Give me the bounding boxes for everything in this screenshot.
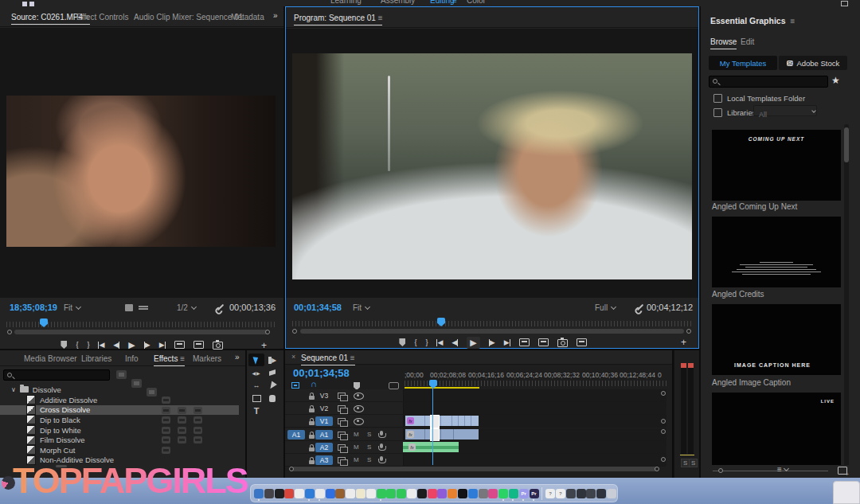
work-area-bar[interactable]	[405, 387, 479, 389]
dock-app-icon[interactable]	[448, 489, 457, 498]
track-badge-v3[interactable]: V3	[315, 391, 333, 400]
zoom-handle-right[interactable]	[265, 330, 270, 334]
voiceover-record-icon[interactable]	[380, 443, 383, 448]
pen-tool[interactable]	[264, 379, 280, 392]
extract-icon[interactable]	[538, 338, 549, 346]
track-badge-a2[interactable]: A2	[315, 443, 333, 452]
track-output-eye-icon[interactable]	[354, 393, 364, 400]
tab-browse[interactable]: Browse	[710, 37, 737, 49]
hscroll-handle-left[interactable]	[289, 467, 294, 471]
dock-app-icon[interactable]	[488, 489, 498, 498]
mute-button[interactable]: M	[354, 456, 359, 463]
dock-app-icon[interactable]	[577, 489, 586, 498]
audio-meters-panel[interactable]: S S	[674, 350, 699, 478]
window-panel-icon[interactable]	[841, 1, 848, 6]
tab-audio-clip-mixer[interactable]: Audio Clip Mixer: Sequence 01	[134, 13, 243, 21]
track-badge-a1[interactable]: A1	[315, 430, 333, 440]
panel-menu-icon[interactable]: ≡	[350, 354, 355, 362]
track-badge-v1[interactable]: V1	[315, 416, 333, 426]
solo-button[interactable]: S	[367, 431, 371, 438]
source-zoom-select[interactable]: Fit	[64, 303, 80, 312]
track-lane-v2[interactable]	[403, 402, 666, 414]
track-lock-icon[interactable]	[309, 435, 315, 439]
export-frame-icon[interactable]	[213, 342, 223, 350]
goto-out-icon[interactable]: ▶	[504, 338, 510, 346]
zoom-handle-right[interactable]	[686, 329, 691, 334]
track-output-eye-icon[interactable]	[354, 405, 364, 412]
dock-app-icon[interactable]	[437, 489, 447, 498]
filter-libraries[interactable]: Libraries	[713, 108, 756, 117]
accelerated-effects-filter-icon[interactable]	[116, 370, 127, 379]
workspace-tab-assembly[interactable]: Assembly	[381, 0, 415, 5]
track-lane-v3[interactable]	[403, 389, 666, 401]
source-video-frame[interactable]	[6, 96, 276, 247]
play-icon[interactable]: ▶	[128, 340, 135, 350]
dock-app-icon[interactable]: Pr	[530, 489, 539, 498]
track-lane-a2[interactable]: fx	[403, 441, 666, 453]
sync-lock-icon[interactable]	[338, 444, 346, 451]
effect-item-dip-to-black[interactable]: Dip to Black	[0, 415, 239, 425]
export-frame-icon[interactable]	[557, 339, 568, 347]
workspace-tab-editing[interactable]: Editing	[430, 0, 455, 5]
effects-search-input[interactable]	[17, 371, 109, 381]
track-badge-v2[interactable]: V2	[315, 404, 333, 413]
dock-app-icon[interactable]	[366, 489, 376, 498]
effect-item-film-dissolve[interactable]: Film Dissolve	[0, 435, 239, 445]
audio-clip[interactable]: fx	[405, 429, 479, 440]
track-lock-icon[interactable]	[309, 460, 315, 464]
template-scrollbar[interactable]	[844, 124, 849, 475]
checkbox-local-templates[interactable]	[713, 94, 722, 103]
solo-button[interactable]: S	[367, 456, 371, 463]
wrench-icon[interactable]	[217, 304, 224, 311]
scrollbar-thumb[interactable]	[844, 127, 849, 162]
video-clip[interactable]: fx	[405, 416, 479, 426]
template-label[interactable]: Angled Credits	[712, 290, 764, 299]
sync-lock-icon[interactable]	[338, 418, 346, 424]
dock-app-icon[interactable]	[428, 489, 437, 498]
track-scroll-handle[interactable]	[661, 457, 666, 462]
my-templates-button[interactable]: My Templates	[709, 56, 777, 70]
mark-out-icon[interactable]: }	[425, 338, 428, 346]
goto-out-icon[interactable]: ▶	[159, 341, 166, 349]
dock-app-icon[interactable]	[305, 489, 315, 498]
dock-app-icon[interactable]	[315, 489, 325, 498]
tab-markers[interactable]: Markers	[193, 354, 221, 363]
tab-overflow-icon[interactable]: »	[235, 353, 240, 361]
step-forward-icon[interactable]: ▶	[489, 338, 495, 346]
dock-app-icon[interactable]	[468, 489, 478, 498]
template-label[interactable]: Angled Image Caption	[712, 378, 791, 387]
panel-menu-icon[interactable]: ≡	[790, 17, 795, 25]
tab-effects[interactable]: Effects ≡	[154, 354, 185, 366]
step-back-icon[interactable]: ◀	[113, 341, 119, 349]
search-input[interactable]	[722, 77, 827, 88]
track-lock-icon[interactable]	[309, 408, 315, 412]
program-zoom-bar[interactable]	[300, 329, 684, 334]
program-scrubber[interactable]	[286, 318, 698, 335]
favorites-star-icon[interactable]: ★	[831, 75, 840, 86]
template-thumb-live[interactable]: LIVE	[712, 393, 841, 465]
track-select-forward-tool[interactable]: ▶	[264, 354, 280, 366]
dock-app-icon[interactable]	[596, 489, 606, 498]
dock-app-icon[interactable]	[335, 489, 345, 498]
solo-button[interactable]: S	[367, 443, 371, 451]
mark-in-icon[interactable]: {	[76, 341, 78, 349]
tab-media-browser[interactable]: Media Browser	[24, 354, 77, 363]
dock-app-icon[interactable]	[458, 489, 467, 498]
dock-app-icon[interactable]	[407, 489, 416, 498]
dock-app-icon[interactable]	[498, 489, 508, 498]
sync-lock-icon[interactable]	[338, 432, 346, 438]
add-marker-icon[interactable]	[399, 338, 405, 346]
sync-lock-icon[interactable]	[338, 405, 346, 412]
settings-icon[interactable]	[125, 304, 133, 311]
slip-tool[interactable]: ↔	[248, 379, 264, 392]
collapse-icon[interactable]: ∨	[11, 386, 16, 393]
hand-tool[interactable]	[264, 392, 280, 404]
dock-app-icon[interactable]	[566, 489, 576, 498]
tab-metadata[interactable]: Metadata	[231, 13, 264, 21]
panel-menu-icon[interactable]: ≡	[180, 354, 185, 363]
dock-app-icon[interactable]	[417, 489, 427, 498]
program-timecode[interactable]: 00;01;34;58	[294, 303, 342, 312]
selected-transition-cross-dissolve[interactable]	[430, 415, 440, 428]
mark-out-icon[interactable]: }	[87, 341, 89, 349]
tab-sequence[interactable]: Sequence 01 ≡	[301, 354, 355, 365]
